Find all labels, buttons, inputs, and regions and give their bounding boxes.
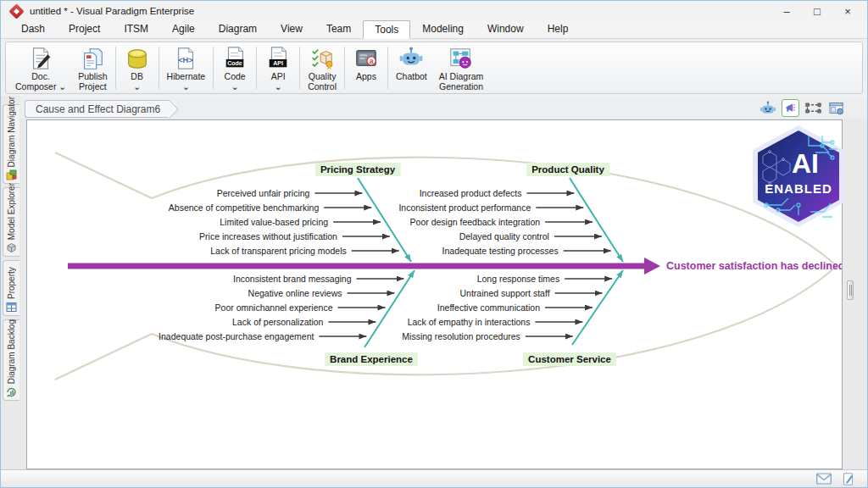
cause-label[interactable]: Inconsistent product performance bbox=[398, 202, 531, 213]
cause-label[interactable]: Perceived unfair pricing bbox=[217, 188, 310, 198]
cause-label[interactable]: Delayed quality control bbox=[459, 231, 549, 241]
cause-label[interactable]: Price increases without justification bbox=[199, 231, 337, 241]
fishbone-category-customer-service: Long response timesUntrained support sta… bbox=[402, 270, 623, 366]
fishbone-category-brand-experience: Inconsistent brand messagingNegative onl… bbox=[159, 270, 418, 366]
cause-label[interactable]: Increased product defects bbox=[420, 188, 522, 198]
fishbone-category-pricing-strategy: Perceived unfair pricingAbsence of compe… bbox=[169, 163, 411, 262]
cause-label[interactable]: Lack of empathy in interactions bbox=[408, 317, 531, 327]
chatbot-icon[interactable] bbox=[759, 99, 776, 117]
fit-selection-icon[interactable] bbox=[804, 99, 822, 117]
announcement-icon[interactable] bbox=[782, 99, 799, 117]
category-label[interactable]: Customer Service bbox=[528, 354, 611, 364]
publish-project-icon bbox=[80, 46, 105, 71]
minimize-button[interactable]: – bbox=[774, 3, 799, 19]
cause-label[interactable]: Absence of competitive benchmarking bbox=[169, 202, 320, 213]
toolbar-separator bbox=[344, 47, 345, 89]
status-bar bbox=[1, 469, 867, 487]
category-bone[interactable] bbox=[570, 178, 623, 262]
category-label[interactable]: Brand Experience bbox=[330, 354, 413, 364]
panel-layout-icon[interactable] bbox=[827, 99, 845, 117]
sidebar-tab-label: Diagram Backlog bbox=[7, 319, 16, 384]
cause-label[interactable]: Inadequate testing processes bbox=[442, 246, 559, 256]
cause-label[interactable]: Poor design feedback integration bbox=[410, 217, 541, 227]
tab-cause-and-effect-diagram6[interactable]: Cause and Effect Diagram6 bbox=[25, 100, 169, 118]
menu-team[interactable]: Team bbox=[314, 19, 363, 38]
apps-icon: a bbox=[353, 46, 379, 71]
apps-button[interactable]: aApps bbox=[347, 44, 386, 92]
menu-agile[interactable]: Agile bbox=[160, 19, 207, 38]
sidebar-tab-diagram-backlog[interactable]: Diagram Backlog bbox=[3, 319, 19, 401]
menu-diagram[interactable]: Diagram bbox=[207, 19, 269, 38]
cause-label[interactable]: Missing resolution procedures bbox=[402, 331, 520, 341]
api-button[interactable]: APIAPI⌄ bbox=[259, 44, 298, 92]
menu-itsm[interactable]: ITSM bbox=[112, 19, 160, 38]
toolbar-separator bbox=[256, 47, 257, 89]
ai-diagram-generation-button[interactable]: AI DiagramGeneration bbox=[433, 44, 490, 92]
left-panel-tab-strip: Diagram NavigatorModel ExplorerPropertyD… bbox=[1, 96, 20, 469]
maximize-button[interactable]: □ bbox=[804, 3, 830, 19]
quality-control-button[interactable]: QualityControl bbox=[302, 44, 342, 92]
cause-label[interactable]: Ineffective communication bbox=[437, 302, 540, 313]
cause-label[interactable]: Limited value-based pricing bbox=[220, 217, 328, 227]
menu-window[interactable]: Window bbox=[476, 19, 536, 38]
cause-label[interactable]: Poor omnichannel experience bbox=[215, 302, 333, 313]
sidebar-tab-label: Diagram Navigator bbox=[7, 97, 16, 167]
sidebar-tab-property[interactable]: Property bbox=[3, 260, 19, 316]
cause-label[interactable]: Long response times bbox=[477, 274, 559, 284]
cause-label[interactable]: Negative online reviews bbox=[248, 288, 342, 298]
cause-label[interactable]: Inconsistent brand messaging bbox=[233, 274, 352, 284]
fishbone-diagram: Customer satisfaction has declinedPercei… bbox=[27, 120, 842, 469]
right-panel-grip[interactable] bbox=[847, 280, 854, 300]
cause-label[interactable]: Lack of personalization bbox=[232, 317, 324, 327]
cause-label[interactable]: Lack of transparent pricing models bbox=[210, 246, 347, 256]
window-title: untitled * - Visual Paradigm Enterprise bbox=[30, 6, 774, 16]
toolbar-button-label: Code bbox=[225, 71, 246, 81]
diagram-navigator-icon bbox=[6, 169, 17, 180]
toolbar-button-label: ⌄ bbox=[133, 81, 141, 92]
toolbar-button-label: Publish bbox=[78, 71, 107, 81]
menu-modeling[interactable]: Modeling bbox=[410, 19, 476, 38]
db-icon bbox=[125, 46, 150, 71]
visual-paradigm-window: { "window": { "title": "untitled * - Vis… bbox=[0, 0, 868, 488]
diagram-canvas[interactable]: Customer satisfaction has declinedPercei… bbox=[26, 119, 843, 469]
category-label[interactable]: Product Quality bbox=[531, 164, 604, 175]
svg-text:<H>: <H> bbox=[179, 56, 194, 64]
menu-dash[interactable]: Dash bbox=[9, 19, 57, 38]
db-button[interactable]: DB⌄ bbox=[118, 44, 157, 92]
chatbot-button[interactable]: Chatbot bbox=[390, 44, 433, 92]
quality-control-icon bbox=[309, 46, 335, 71]
hibernate-button[interactable]: <H>Hibernate⌄ bbox=[161, 44, 212, 92]
title-bar: untitled * - Visual Paradigm Enterprise … bbox=[1, 1, 867, 21]
menu-help[interactable]: Help bbox=[536, 19, 581, 38]
toolbar-button-label: Project bbox=[79, 81, 107, 92]
menu-tools[interactable]: Tools bbox=[363, 20, 410, 39]
cause-label[interactable]: Untrained support staff bbox=[460, 288, 550, 298]
ai-diagram-generation-icon bbox=[448, 46, 474, 71]
sidebar-tab-label: Property bbox=[7, 265, 16, 299]
menu-view[interactable]: View bbox=[269, 19, 314, 38]
doc-composer-button[interactable]: Doc.Composer ⌄ bbox=[9, 44, 72, 92]
toolbar-button-label: Composer ⌄ bbox=[15, 81, 66, 92]
toolbar-separator bbox=[213, 47, 214, 89]
svg-text:a: a bbox=[370, 57, 374, 65]
category-label[interactable]: Pricing Strategy bbox=[320, 164, 396, 175]
edit-document-icon[interactable] bbox=[840, 472, 855, 485]
code-button[interactable]: CodeCode⌄ bbox=[215, 44, 254, 92]
sidebar-tab-model-explorer[interactable]: Model Explorer bbox=[3, 187, 19, 257]
badge-enabled-text: ENABLED bbox=[765, 181, 832, 196]
close-button[interactable]: × bbox=[835, 3, 860, 19]
publish-project-button[interactable]: PublishProject bbox=[72, 44, 113, 92]
menu-project[interactable]: Project bbox=[57, 19, 112, 38]
cause-label[interactable]: Inadequate post-purchase engagement bbox=[159, 331, 314, 341]
sidebar-tab-diagram-navigator[interactable]: Diagram Navigator bbox=[3, 104, 19, 184]
toolbar-separator bbox=[299, 47, 300, 89]
toolbar-button-label: Generation bbox=[439, 81, 483, 92]
code-icon: Code bbox=[222, 46, 248, 71]
effect-label[interactable]: Customer satisfaction has declined bbox=[666, 260, 842, 272]
visual-paradigm-logo-icon bbox=[11, 6, 22, 17]
category-bone[interactable] bbox=[358, 178, 411, 262]
toolbar-button-label: AI Diagram bbox=[439, 71, 484, 81]
mail-icon[interactable] bbox=[816, 472, 832, 485]
chatbot-icon bbox=[398, 46, 424, 71]
toolbar-button-label: API bbox=[271, 71, 286, 81]
